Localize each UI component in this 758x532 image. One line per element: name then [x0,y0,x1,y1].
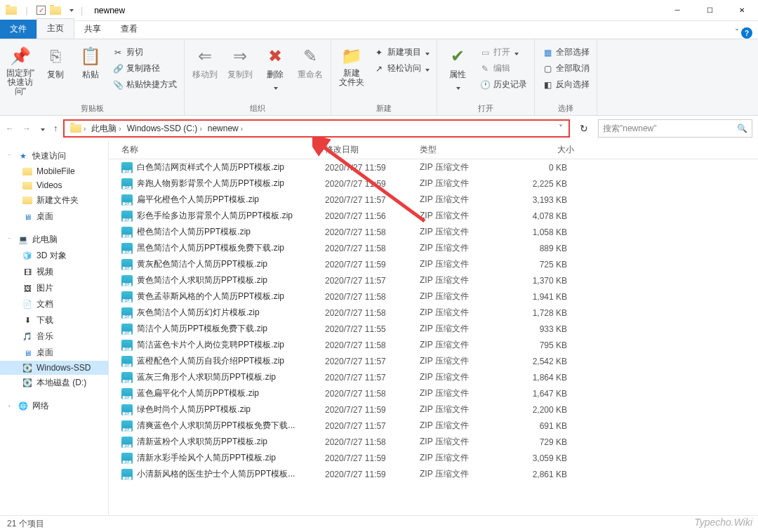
file-row[interactable]: 蓝灰三角形个人求职简历PPT模板.zip2020/7/27 11:57ZIP 压… [109,369,758,385]
folder-icon [22,182,32,189]
zip-icon [121,211,133,222]
file-row[interactable]: 彩色手绘多边形背景个人简历PPT模板.zip2020/7/27 11:56ZIP… [109,208,758,224]
search-icon[interactable]: 🔍 [737,124,747,133]
new-folder-button[interactable]: 📁新建 文件夹 [335,42,368,87]
sidebar-item[interactable]: 🖥桌面 [0,208,108,225]
copy-button[interactable]: ⎘ 复制 [39,42,72,81]
address-bar[interactable]: › 此电脑› Windows-SSD (C:)› newnew› ˅ [63,119,570,138]
file-row[interactable]: 简洁个人简历PPT模板免费下载.zip2020/7/27 11:55ZIP 压缩… [109,321,758,337]
copy-to-button[interactable]: ⇒复制到 [224,42,256,81]
clipboard-label: 剪贴板 [4,102,180,114]
file-row[interactable]: 蓝橙配色个人简历自我介绍PPT模板.zip2020/7/27 11:57ZIP … [109,353,758,369]
file-row[interactable]: 黄色孟菲斯风格的个人简历PPT模板.zip2020/7/27 11:58ZIP … [109,288,758,305]
explorer-body: ˇ★快速访问 MobileFile Videos 新建文件夹 🖥桌面 ˇ💻此电脑… [0,141,758,515]
sidebar-item[interactable]: 📄文档 [0,296,108,312]
pin-quickaccess-button[interactable]: 📌 固定到" 快速访问" [4,42,36,96]
column-date[interactable]: 修改日期 [325,144,420,156]
column-size[interactable]: 大小 [511,144,574,156]
file-row[interactable]: 扁平化橙色个人简历PPT模板.zip2020/7/27 11:57ZIP 压缩文… [109,192,758,208]
history-dropdown[interactable] [39,124,45,133]
title-bar: | ✓ | newnew ─ ☐ ✕ [0,0,758,21]
checkbox-icon[interactable]: ✓ [36,6,46,15]
qat-dropdown-icon[interactable] [65,5,77,16]
sidebar-this-pc[interactable]: ˇ💻此电脑 [0,232,108,248]
selectall-icon: ▦ [542,47,553,58]
ribbon: 📌 固定到" 快速访问" ⎘ 复制 📋 粘贴 ✂剪切 🔗复制路径 📎粘贴快捷方式… [0,39,758,116]
move-to-button[interactable]: ⇐移动到 [189,42,221,81]
file-row[interactable]: 清新水彩手绘风个人简历PPT模板.zip2020/7/27 11:59ZIP 压… [109,450,758,466]
file-row[interactable]: 橙色简洁个人简历PPT模板.zip2020/7/27 11:58ZIP 压缩文件… [109,224,758,240]
invert-selection-button[interactable]: ◧反向选择 [539,77,592,92]
select-none-button[interactable]: ▢全部取消 [539,61,592,76]
ribbon-collapse-icon[interactable]: ˇ [736,28,738,38]
file-row[interactable]: 清爽蓝色个人求职简历PPT模板免费下载...2020/7/27 11:57ZIP… [109,418,758,434]
sidebar-item[interactable]: 🧊3D 对象 [0,248,108,264]
paste-shortcut-button[interactable]: 📎粘贴快捷方式 [109,77,180,92]
rename-button[interactable]: ✎重命名 [294,42,326,81]
file-row[interactable]: 小清新风格的医生护士个人简历PPT模板...2020/7/27 11:59ZIP… [109,466,758,482]
edit-button[interactable]: ✎编辑 [477,61,530,76]
maximize-button[interactable]: ☐ [693,0,726,21]
scissors-icon: ✂ [112,47,124,58]
minimize-button[interactable]: ─ [661,0,693,21]
file-row[interactable]: 黄灰配色简洁个人简历PPT模板.zip2020/7/27 11:59ZIP 压缩… [109,256,758,272]
close-button[interactable]: ✕ [726,0,758,21]
sidebar-item[interactable]: ⬇下载 [0,312,108,328]
breadcrumb-item[interactable]: Windows-SSD (C:)› [124,124,205,133]
help-icon[interactable]: ? [741,27,752,39]
tab-file[interactable]: 文件 [0,20,36,39]
file-row[interactable]: 蓝色扁平化个人简历PPT模板.zip2020/7/27 11:58ZIP 压缩文… [109,385,758,401]
moveto-icon: ⇐ [194,45,216,67]
copy-path-button[interactable]: 🔗复制路径 [109,61,180,76]
open-button[interactable]: ▭打开 [477,45,530,60]
up-button[interactable]: ↑ [53,124,58,133]
file-row[interactable]: 清新蓝粉个人求职简历PPT模板.zip2020/7/27 11:58ZIP 压缩… [109,434,758,450]
column-type[interactable]: 类型 [420,144,511,156]
refresh-button[interactable]: ↻ [576,120,592,137]
file-row[interactable]: 黑色简洁个人简历PPT模板免费下载.zip2020/7/27 11:58ZIP … [109,240,758,256]
sidebar-item[interactable]: 💽本地磁盘 (D:) [0,375,108,391]
properties-button[interactable]: ✔属性 [441,42,474,92]
sidebar-item[interactable]: MobileFile [0,164,108,178]
tab-view[interactable]: 查看 [111,20,147,39]
tab-share[interactable]: 共享 [74,20,111,39]
search-box[interactable]: 搜索"newnew" 🔍 [598,119,752,138]
sidebar-item[interactable]: Videos [0,178,108,192]
sidebar-item[interactable]: 🎞视频 [0,264,108,280]
folder-icon[interactable] [50,5,61,16]
file-row[interactable]: 白色简洁网页样式个人简历PPT模板.zip2020/7/27 11:59ZIP … [109,159,758,175]
sidebar-network[interactable]: ›🌐网络 [0,398,108,414]
cut-button[interactable]: ✂剪切 [109,45,180,60]
sidebar-item[interactable]: 新建文件夹 [0,192,108,208]
sidebar-item[interactable]: 🖼图片 [0,280,108,296]
file-row[interactable]: 奔跑人物剪影背景个人简历PPT模板.zip2020/7/27 11:59ZIP … [109,175,758,192]
sidebar-item-selected[interactable]: 💽Windows-SSD [0,361,108,375]
quick-access-toolbar: | ✓ | newnew [0,5,125,16]
easy-access-button[interactable]: ↗轻松访问 [371,61,432,76]
sidebar-item[interactable]: 🎵音乐 [0,328,108,345]
breadcrumb-item[interactable]: 此电脑› [88,123,124,135]
column-name[interactable]: 名称 [121,144,325,156]
breadcrumb-item[interactable]: newnew› [205,124,246,133]
history-button[interactable]: 🕐历史记录 [477,77,530,92]
select-all-button[interactable]: ▦全部选择 [539,45,592,60]
sidebar-quick-access[interactable]: ˇ★快速访问 [0,148,108,164]
sidebar-item[interactable]: 🖥桌面 [0,345,108,361]
new-item-button[interactable]: ✦新建项目 [371,45,432,60]
desktop-icon: 🖥 [22,348,32,358]
ribbon-group-clipboard: 📌 固定到" 快速访问" ⎘ 复制 📋 粘贴 ✂剪切 🔗复制路径 📎粘贴快捷方式… [0,39,185,115]
file-row[interactable]: 黄色简洁个人求职简历PPT模板.zip2020/7/27 11:57ZIP 压缩… [109,272,758,288]
file-row[interactable]: 绿色时尚个人简历PPT模板.zip2020/7/27 11:59ZIP 压缩文件… [109,401,758,418]
easyaccess-icon: ↗ [373,63,385,74]
file-row[interactable]: 简洁蓝色卡片个人岗位竞聘PPT模板.zip2020/7/27 11:58ZIP … [109,337,758,353]
zip-icon [121,404,133,415]
file-row[interactable]: 灰色简洁个人简历幻灯片模板.zip2020/7/27 11:58ZIP 压缩文件… [109,305,758,321]
breadcrumb-root-icon[interactable]: › [67,124,88,133]
copyto-icon: ⇒ [229,45,251,67]
address-dropdown-icon[interactable]: ˅ [559,124,563,133]
forward-button[interactable]: → [22,124,31,133]
back-button[interactable]: ← [6,124,14,133]
tab-home[interactable]: 主页 [36,18,74,39]
paste-button[interactable]: 📋 粘贴 [74,42,107,81]
delete-button[interactable]: ✖删除 [259,42,291,92]
